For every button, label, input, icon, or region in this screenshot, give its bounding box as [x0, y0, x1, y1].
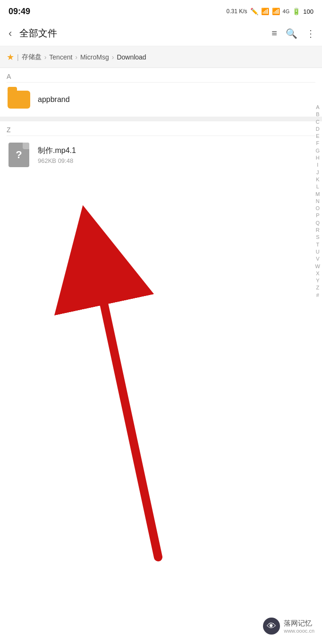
alpha-letter-c[interactable]: C [316, 119, 320, 125]
alpha-letter-j[interactable]: J [316, 169, 319, 176]
battery-level: 100 [303, 8, 314, 15]
alpha-letter-d[interactable]: D [316, 126, 320, 132]
back-button[interactable]: ‹ [7, 25, 14, 42]
watermark-text-block: 落网记忆 www.oooc.cn [284, 619, 314, 634]
watermark-url: www.oooc.cn [284, 628, 314, 634]
wifi-icon: 📶 [261, 8, 269, 15]
alphabet-index[interactable]: ABCDEFGHIJKLMNOPQRSTUVWXYZ# [315, 104, 320, 298]
folder-shape [8, 91, 30, 109]
more-icon[interactable]: ⋮ [306, 28, 315, 39]
folder-icon [7, 89, 31, 110]
alpha-letter-g[interactable]: G [316, 147, 320, 154]
list-item[interactable]: ? 制作.mp4.1 962KB 09:48 [0, 136, 322, 174]
section-gap [0, 117, 322, 121]
status-time: 09:49 [8, 7, 30, 17]
file-name-z: 制作.mp4.1 [38, 146, 315, 156]
alpha-letter-e[interactable]: E [316, 133, 319, 139]
alpha-letter-n[interactable]: N [316, 198, 320, 204]
alpha-letter-y[interactable]: Y [316, 277, 319, 284]
nav-icons: ≡ 🔍 ⋮ [271, 28, 315, 39]
unknown-file-shape: ? [8, 143, 29, 167]
star-icon[interactable]: ★ [7, 52, 14, 62]
alpha-letter-h[interactable]: H [316, 154, 320, 161]
section-header-a: A [0, 68, 322, 82]
watermark: 👁 落网记忆 www.oooc.cn [263, 618, 314, 635]
alpha-letter-v[interactable]: V [316, 255, 319, 262]
breadcrumb-storage[interactable]: 存储盘 [22, 53, 42, 61]
breadcrumb-sep-0: | [17, 53, 19, 61]
list-item[interactable]: appbrand [0, 83, 322, 117]
breadcrumb-arrow-1: › [44, 53, 47, 61]
alpha-letter-a[interactable]: A [316, 104, 319, 110]
alpha-letter-t[interactable]: T [316, 241, 319, 248]
status-bar: 09:49 0.31 K/s ✏️ 📶 📶 4G 🔋 100 [0, 0, 322, 21]
breadcrumb-arrow-2: › [75, 53, 77, 61]
signal-icon: 📶 [272, 8, 280, 15]
breadcrumb: ★ | 存储盘 › Tencent › MicroMsg › Download [0, 46, 322, 68]
alpha-letter-f[interactable]: F [316, 140, 319, 146]
breadcrumb-download[interactable]: Download [117, 53, 146, 61]
alpha-letter-w[interactable]: W [315, 263, 320, 270]
svg-line-1 [93, 255, 158, 557]
edit-icon: ✏️ [250, 8, 258, 15]
network-speed: 0.31 K/s [227, 8, 247, 15]
breadcrumb-tencent[interactable]: Tencent [49, 53, 72, 61]
unknown-file-icon: ? [7, 143, 31, 167]
alpha-letter-l[interactable]: L [316, 183, 319, 190]
watermark-title: 落网记忆 [284, 619, 314, 628]
search-icon[interactable]: 🔍 [286, 28, 297, 39]
alpha-letter-#[interactable]: # [316, 292, 319, 298]
alpha-letter-p[interactable]: P [316, 212, 319, 219]
breadcrumb-arrow-3: › [112, 53, 114, 61]
alpha-letter-s[interactable]: S [316, 234, 319, 240]
alpha-letter-u[interactable]: U [316, 248, 320, 255]
alpha-letter-i[interactable]: I [317, 161, 318, 168]
alpha-letter-z[interactable]: Z [316, 284, 319, 291]
file-name: appbrand [38, 95, 315, 104]
alpha-letter-m[interactable]: M [315, 191, 320, 197]
nav-bar: ‹ 全部文件 ≡ 🔍 ⋮ [0, 21, 322, 46]
status-right: 0.31 K/s ✏️ 📶 📶 4G 🔋 100 [227, 8, 314, 15]
section-header-z: Z [0, 121, 322, 136]
list-icon[interactable]: ≡ [271, 28, 277, 39]
watermark-icon: 👁 [267, 621, 276, 632]
file-meta-z: 962KB 09:48 [38, 157, 315, 164]
breadcrumb-micromsg[interactable]: MicroMsg [80, 53, 109, 61]
alpha-letter-k[interactable]: K [316, 176, 319, 183]
alpha-letter-q[interactable]: Q [316, 220, 320, 226]
alpha-letter-x[interactable]: X [316, 270, 319, 277]
alpha-letter-o[interactable]: O [316, 205, 320, 212]
file-info-z: 制作.mp4.1 962KB 09:48 [38, 146, 315, 164]
file-info: appbrand [38, 95, 315, 104]
signal2-icon: 4G [283, 8, 290, 14]
battery-icon: 🔋 [292, 8, 300, 15]
page-title: 全部文件 [19, 27, 271, 40]
watermark-logo: 👁 [263, 618, 280, 635]
alpha-letter-b[interactable]: B [316, 111, 319, 118]
alpha-letter-r[interactable]: R [316, 227, 320, 233]
